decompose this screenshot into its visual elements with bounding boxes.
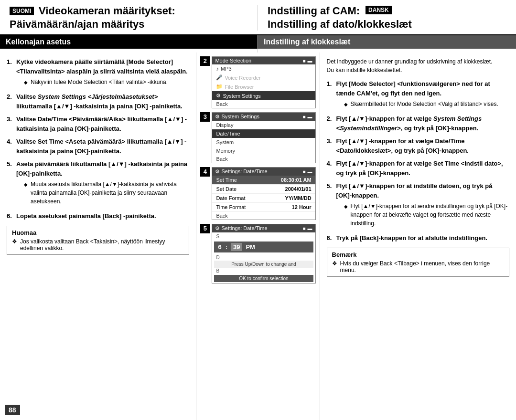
col-left: 1. Kytke videokamera päälle siirtämällä …	[0, 52, 196, 420]
step-2-left: 2. Valitse System Settings <Järjestelmäa…	[7, 92, 189, 111]
header-title-sub-left: Päivämäärän/ajan määritys	[10, 18, 248, 31]
header-title-main-right: Indstilling af CAM:	[268, 5, 360, 17]
note-box-right: Bemærk ❖ Hvis du vælger Back <Tilbage> i…	[327, 248, 509, 277]
note-title-left: Huomaa	[12, 229, 184, 236]
screen-3: ⚙ System Settings ■▬ Display Date/Time S…	[212, 112, 315, 163]
step-5-left: 5. Aseta päivämäärä liikuttamalla [▲/▼] …	[7, 159, 189, 208]
screen-3-wrapper: 3 ⚙ System Settings ■▬ Display Date/Time…	[200, 112, 315, 163]
screen-2-wrapper: 2 Mode Selection ■▬ ♪MP3 🎤Voice Recorder	[200, 56, 315, 108]
screen-3-display: Display	[212, 121, 315, 129]
screen-4-timefmt: Time Format12 Hour	[212, 203, 315, 212]
section-bar-right: Indstilling af klokkeslæt	[258, 35, 516, 49]
screen-5-hint2: OK to confirm selection	[214, 275, 313, 282]
screen-4-setdate: Set Date2004/01/01	[212, 185, 315, 194]
step-5-right: 5. Flyt [▲/▼]-knappen for at indstille d…	[327, 181, 509, 230]
screen-num-4: 4	[200, 167, 210, 177]
screen-3-memory: Memory	[212, 147, 315, 155]
header-title-main-left: Videokameran määritykset:	[39, 5, 175, 17]
screen-2-item-filebrowser: 📁File Browser	[212, 82, 315, 91]
screen-4-settime: Set Time08:30:01 AM	[212, 176, 315, 185]
right-intro: Det indbyggede ur danner grundlag for ud…	[327, 57, 509, 74]
screen-3-datetime: Date/Time	[212, 129, 315, 138]
step-6-right: 6. Tryk på [Back]-knappen for at afslutt…	[327, 233, 509, 243]
step-1-right: 1. Flyt [Mode Selector] <funktionsvælger…	[327, 79, 509, 110]
screen-num-3: 3	[200, 112, 210, 122]
screen-5-hint1: Press Up/Down to change and	[214, 261, 313, 268]
screen-4-header: ⚙ Settings: Date/Time ■▬	[212, 168, 315, 176]
main-content: 1. Kytke videokamera päälle siirtämällä …	[0, 52, 516, 420]
lang-badge-dansk: DANSK	[366, 6, 392, 14]
col-right: Det indbyggede ur danner grundlag for ud…	[320, 52, 516, 420]
note-text-right: Hvis du vælger Back <Tilbage> i menuen, …	[340, 260, 504, 273]
screen-2-item-system: ⚙System Settings	[212, 91, 315, 100]
section-bar-left: Kellonajan asetus	[0, 35, 258, 49]
screen-5-wrapper: 5 ⚙ Settings: Date/Time ■▬ S 6 : 39	[200, 224, 315, 284]
screen-4-datefmt: Date FormatYY/MM/DD	[212, 194, 315, 203]
step-4-left: 4. Valitse Set Time <Aseta päivämäärä> l…	[7, 137, 189, 156]
note-box-left: Huomaa ❖ Jos valikosta valitaan Back <Ta…	[7, 226, 189, 255]
screen-5-header: ⚙ Settings: Date/Time ■▬	[212, 224, 315, 232]
page-number: 88	[5, 405, 20, 415]
screen-2-header: Mode Selection ■▬	[212, 57, 315, 64]
step-3-right: 3. Flyt [▲/▼] -knappen for at vælge Date…	[327, 136, 509, 155]
screen-3-system: System	[212, 138, 315, 147]
screen-2-item-voice: 🎤Voice Recorder	[212, 73, 315, 82]
section-bars: Kellonajan asetus Indstilling af klokkes…	[0, 35, 516, 52]
step-1-left: 1. Kytke videokamera päälle siirtämällä …	[7, 57, 189, 88]
header-title-sub-right: Indstilling af dato/klokkeslæt	[268, 18, 506, 31]
screen-4: ⚙ Settings: Date/Time ■▬ Set Time08:30:0…	[212, 167, 315, 220]
lang-badge-suomi: SUOMI	[10, 7, 34, 15]
screen-num-2: 2	[200, 56, 210, 66]
screen-5: ⚙ Settings: Date/Time ■▬ S 6 : 39 PM	[212, 224, 315, 284]
screen-3-header: ⚙ System Settings ■▬	[212, 113, 315, 121]
screen-2-item-mp3: ♪MP3	[212, 64, 315, 73]
screen-5-time-display: 6 : 39 PM	[214, 242, 313, 252]
step-3-left: 3. Valitse Date/Time <Päivämäärä/Aika> l…	[7, 115, 189, 133]
screen-4-wrapper: 4 ⚙ Settings: Date/Time ■▬ Set Time08:30…	[200, 167, 315, 220]
step-4-right: 4. Flyt [▲/▼]-knappen for at vælge Set T…	[327, 159, 509, 178]
screen-4-back: Back	[212, 212, 315, 220]
screen-2: Mode Selection ■▬ ♪MP3 🎤Voice Recorder 📁…	[212, 56, 315, 108]
screen-3-back: Back	[212, 155, 315, 163]
step-6-left: 6. Lopeta asetukset painamalla [Back] -p…	[7, 211, 189, 221]
screens-column: 2 Mode Selection ■▬ ♪MP3 🎤Voice Recorder	[196, 52, 320, 420]
note-text-left: Jos valikosta valitaan Back <Takaisin>, …	[20, 238, 184, 252]
screen-num-5: 5	[200, 224, 210, 233]
page: SUOMI Videokameran määritykset: Päivämää…	[0, 0, 516, 420]
note-title-right: Bemærk	[332, 251, 504, 258]
header-right: Indstilling af CAM: DANSK Indstilling af…	[258, 5, 506, 31]
header-left: SUOMI Videokameran määritykset: Päivämää…	[10, 5, 258, 31]
header: SUOMI Videokameran määritykset: Päivämää…	[0, 0, 516, 35]
screen-2-back: Back	[212, 100, 315, 108]
step-2-right: 2. Flyt [▲/▼]-knappen for at vælge Syste…	[327, 114, 509, 133]
